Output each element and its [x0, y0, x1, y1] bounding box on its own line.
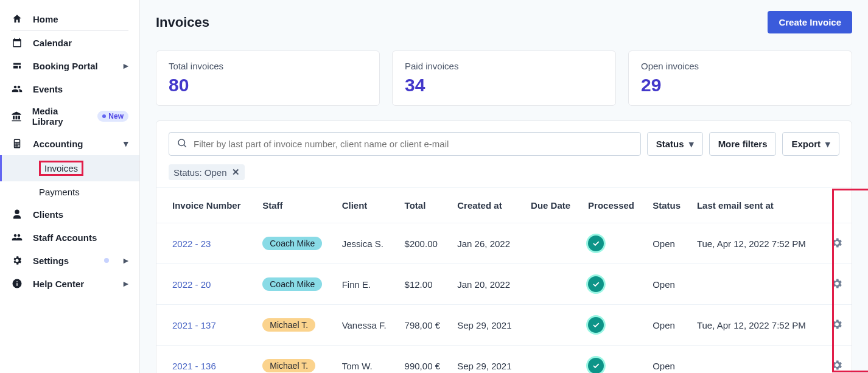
created-cell: Jan 26, 2022	[451, 223, 525, 264]
sidebar-item-accounting[interactable]: Accounting ▾	[0, 132, 139, 155]
sidebar-label: Booking Portal	[33, 61, 98, 71]
stat-value: 80	[169, 75, 367, 96]
sidebar-label: Home	[33, 14, 58, 24]
created-cell: Sep 29, 2021	[451, 305, 525, 346]
client-cell: Vanessa F.	[336, 305, 399, 346]
staff-pill: Coach Mike	[262, 237, 322, 250]
check-icon	[588, 358, 604, 373]
row-settings-button[interactable]	[831, 322, 843, 332]
invoice-panel: Status▾ More filters Export▾ Status: Ope…	[156, 120, 852, 373]
client-cell: Jessica S.	[336, 223, 399, 264]
col-client: Client	[336, 188, 399, 223]
invoice-link[interactable]: 2022 - 20	[172, 279, 211, 290]
table-row[interactable]: 2021 - 136 Michael T. Tom W. 990,00 € Se…	[156, 346, 852, 374]
due-cell	[525, 305, 582, 346]
col-actions	[825, 188, 852, 223]
processed-cell	[582, 305, 646, 346]
portal-icon	[11, 60, 23, 72]
filter-chip-status[interactable]: Status: Open ✕	[169, 164, 245, 180]
page-title: Invoices	[156, 15, 209, 30]
sidebar-item-help[interactable]: Help Center ▸	[0, 272, 139, 295]
total-cell: 990,00 €	[399, 346, 452, 374]
col-due: Due Date	[525, 188, 582, 223]
sidebar-label: Help Center	[33, 279, 84, 289]
status-cell: Open	[646, 223, 691, 264]
due-cell	[525, 223, 582, 264]
stat-value: 34	[405, 75, 603, 96]
due-cell	[525, 264, 582, 305]
sidebar-item-clients[interactable]: Clients	[0, 203, 139, 226]
sidebar-item-settings[interactable]: Settings ▸	[0, 249, 139, 272]
client-cell: Tom W.	[336, 346, 399, 374]
user-icon	[11, 208, 23, 220]
chevron-down-icon: ▾	[689, 139, 694, 150]
chevron-right-icon: ▸	[124, 278, 128, 289]
more-filters-button[interactable]: More filters	[709, 132, 777, 156]
sidebar-sub-payments[interactable]: Payments	[0, 181, 139, 203]
status-cell: Open	[646, 305, 691, 346]
created-cell: Jan 20, 2022	[451, 264, 525, 305]
chip-label: Status: Open	[173, 167, 227, 178]
stat-total: Total invoices 80	[156, 51, 380, 106]
search-box[interactable]	[169, 132, 641, 156]
chevron-down-icon: ▾	[825, 139, 830, 150]
invoice-link[interactable]: 2022 - 23	[172, 239, 211, 249]
row-settings-button[interactable]	[831, 363, 843, 373]
total-cell: 798,00 €	[399, 305, 452, 346]
sidebar-label: Media Library	[32, 106, 88, 127]
processed-cell	[582, 346, 646, 374]
sidebar-item-media[interactable]: Media Library New	[0, 100, 139, 132]
sidebar-item-booking[interactable]: Booking Portal ▸	[0, 54, 139, 77]
main-content: Invoices Create Invoice Total invoices 8…	[140, 0, 868, 373]
sidebar-item-staff[interactable]: Staff Accounts	[0, 226, 139, 249]
check-icon	[588, 276, 604, 292]
calculator-icon	[11, 138, 23, 150]
new-badge: New	[97, 111, 128, 122]
invoice-link[interactable]: 2021 - 137	[172, 320, 216, 330]
staff-pill: Michael T.	[262, 318, 315, 332]
search-icon	[177, 138, 187, 150]
close-icon[interactable]: ✕	[232, 167, 240, 178]
search-input[interactable]	[194, 139, 633, 149]
sidebar-label: Events	[33, 84, 63, 94]
total-cell: $12.00	[399, 264, 452, 305]
processed-cell	[582, 223, 646, 264]
stat-label: Paid invoices	[405, 61, 603, 71]
check-icon	[588, 235, 604, 251]
row-settings-button[interactable]	[831, 240, 843, 251]
create-invoice-button[interactable]: Create Invoice	[768, 11, 852, 33]
invoice-table: Invoice Number Staff Client Total Create…	[156, 187, 852, 373]
library-icon	[11, 110, 23, 122]
last-email-cell	[691, 346, 825, 374]
col-total: Total	[399, 188, 452, 223]
stat-label: Total invoices	[169, 61, 367, 71]
col-processed: Processed	[582, 188, 646, 223]
table-row[interactable]: 2022 - 20 Coach Mike Finn E. $12.00 Jan …	[156, 264, 852, 305]
client-cell: Finn E.	[336, 264, 399, 305]
export-button[interactable]: Export▾	[782, 132, 839, 156]
sidebar-sub-invoices[interactable]: Invoices	[0, 155, 139, 181]
chevron-down-icon: ▾	[124, 138, 128, 149]
status-filter-button[interactable]: Status▾	[647, 132, 703, 156]
status-cell: Open	[646, 264, 691, 305]
invoice-link[interactable]: 2021 - 136	[172, 361, 216, 371]
sidebar-sub-label: Invoices	[39, 161, 83, 176]
sidebar-item-calendar[interactable]: Calendar	[0, 31, 139, 54]
check-icon	[588, 317, 604, 333]
stat-open: Open invoices 29	[628, 51, 852, 106]
stat-paid: Paid invoices 34	[392, 51, 616, 106]
home-icon	[11, 13, 23, 25]
info-icon	[11, 277, 23, 290]
staff-pill: Michael T.	[262, 359, 315, 372]
sidebar-item-events[interactable]: Events	[0, 77, 139, 100]
status-cell: Open	[646, 346, 691, 374]
col-staff: Staff	[256, 188, 335, 223]
table-row[interactable]: 2022 - 23 Coach Mike Jessica S. $200.00 …	[156, 223, 852, 264]
last-email-cell: Tue, Apr 12, 2022 7:52 PM	[691, 305, 825, 346]
table-row[interactable]: 2021 - 137 Michael T. Vanessa F. 798,00 …	[156, 305, 852, 346]
col-status: Status	[646, 188, 691, 223]
staff-pill: Coach Mike	[262, 277, 322, 291]
processed-cell	[582, 264, 646, 305]
sidebar-item-home[interactable]: Home	[0, 7, 139, 30]
row-settings-button[interactable]	[831, 281, 843, 291]
